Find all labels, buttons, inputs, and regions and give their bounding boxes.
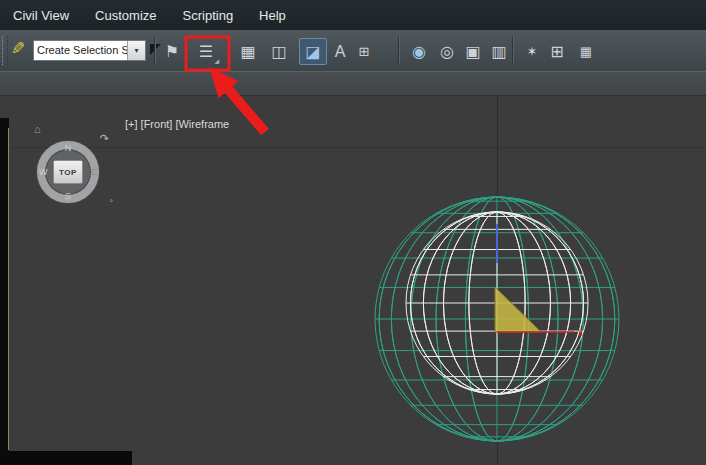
named-selection-set-value: Create Selection Se xyxy=(34,41,127,60)
viewport-label[interactable]: [+] [Front] [Wireframe xyxy=(125,118,229,130)
viewcube-rotate-icon[interactable]: ↷ xyxy=(100,132,109,145)
menu-help[interactable]: Help xyxy=(246,0,299,30)
rendered-frame-button[interactable]: ▥ xyxy=(485,38,513,65)
viewcube-top-button[interactable]: TOP xyxy=(53,160,83,184)
rendered-frame-icon: ▥ xyxy=(491,44,506,60)
listener-icon: ⊞ xyxy=(359,45,370,58)
layer-manager-icon: ☰ xyxy=(199,44,213,60)
render-flyout-button[interactable]: ✶ xyxy=(518,38,546,65)
render-production-icon: ⊞ xyxy=(550,44,563,60)
scene-explorer-icon: ▦ xyxy=(240,44,255,60)
viewcube-east-label[interactable]: E xyxy=(91,167,97,177)
grid-line-horizontal xyxy=(9,147,706,148)
render-iterative-button[interactable]: ▦ xyxy=(572,38,600,65)
toolbar-grip[interactable] xyxy=(2,36,8,65)
edit-named-selections-icon[interactable]: ✎ xyxy=(11,38,25,59)
material-map-navigator-icon: ◎ xyxy=(440,44,454,60)
ribbon-toggle-icon: ◫ xyxy=(271,44,286,60)
menu-customize[interactable]: Customize xyxy=(82,0,169,30)
active-viewport-border xyxy=(8,128,9,450)
toolbar-separator xyxy=(154,37,156,65)
named-selection-set-dropdown[interactable]: Create Selection Se ▾ xyxy=(33,40,146,61)
flyout-corner-icon: ◢ xyxy=(214,58,219,64)
render-setup-icon: ▣ xyxy=(465,44,480,60)
menu-bar: Civil View Customize Scripting Help xyxy=(0,0,706,30)
layer-manager-button[interactable]: ☰ ◢ xyxy=(192,38,220,65)
listener-button[interactable]: ⊞ xyxy=(350,38,378,65)
material-editor-icon: ◉ xyxy=(412,44,426,60)
curve-editor-button[interactable]: ◪ xyxy=(299,38,327,65)
render-production-button[interactable]: ⊞ xyxy=(543,38,571,65)
scene-explorer-button[interactable]: ▦ xyxy=(234,38,262,65)
grid-axis-vertical xyxy=(497,94,498,465)
mirror-icon: ⚑ xyxy=(165,44,179,60)
menu-scripting[interactable]: Scripting xyxy=(170,0,247,30)
curve-editor-icon: ◪ xyxy=(305,44,320,60)
viewcube-west-label[interactable]: W xyxy=(39,167,48,177)
ribbon-toggle-button[interactable]: ◫ xyxy=(265,38,293,65)
ribbon-strip xyxy=(0,71,706,96)
viewcube-north-label[interactable]: N xyxy=(65,143,72,153)
render-flyout-icon: ✶ xyxy=(527,45,538,58)
viewcube-degree-icon: ° xyxy=(109,198,113,208)
schematic-view-icon: A xyxy=(335,44,346,60)
bottom-viewport-edge xyxy=(0,451,132,465)
viewcube-home-icon[interactable]: ⌂ xyxy=(34,123,41,135)
viewport-canvas[interactable] xyxy=(0,94,706,465)
render-setup-button[interactable]: ▣ xyxy=(459,38,487,65)
mirror-button[interactable]: ⚑ xyxy=(158,38,186,65)
viewcube-south-label[interactable]: S xyxy=(65,191,71,201)
material-editor-button[interactable]: ◉ xyxy=(405,38,433,65)
toolbar-separator xyxy=(398,37,400,65)
render-iterative-icon: ▦ xyxy=(580,45,592,58)
material-map-navigator-button[interactable]: ◎ xyxy=(433,38,461,65)
dropdown-arrow-icon[interactable]: ▾ xyxy=(127,41,145,60)
viewcube-compass[interactable]: ⌂ ↷ ° N S W E TOP xyxy=(32,136,104,208)
menu-civil-view[interactable]: Civil View xyxy=(0,0,82,30)
